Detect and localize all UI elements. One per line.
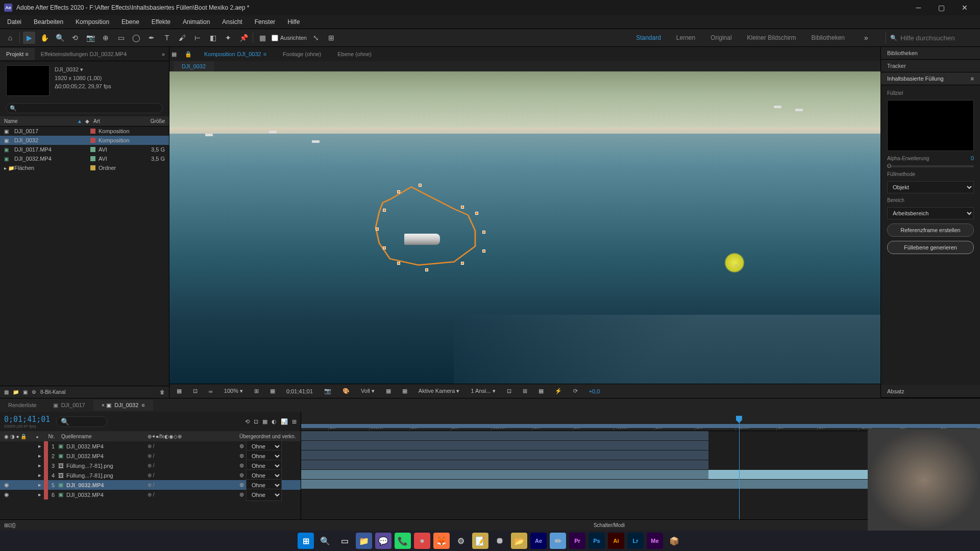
switches-modes-label[interactable]: Schalter/Modi <box>594 522 625 528</box>
obs-icon[interactable]: ⏺ <box>492 533 508 549</box>
roi-icon[interactable]: ▦ <box>267 387 278 395</box>
help-search-input[interactable] <box>900 34 972 42</box>
illustrator-icon[interactable]: Ai <box>608 533 624 549</box>
label-icon[interactable]: ◆ <box>85 118 93 124</box>
workspace-more-icon[interactable]: » <box>860 32 872 44</box>
views-dropdown[interactable]: 1 Ansi... ▾ <box>468 387 498 395</box>
zoom-tool[interactable]: 🔍 <box>54 32 66 44</box>
brush-tool[interactable]: 🖌 <box>176 32 188 44</box>
workspace-small[interactable]: Kleiner Bildschirm <box>747 34 796 41</box>
track-bar[interactable] <box>301 441 708 450</box>
lightroom-icon[interactable]: Lr <box>627 533 644 549</box>
explorer-icon[interactable]: 📁 <box>356 533 372 549</box>
render-queue-tab[interactable]: Renderliste <box>0 400 45 410</box>
generate-fill-layer-button[interactable]: Füllebene generieren <box>887 241 974 254</box>
alpha-slider[interactable] <box>887 165 974 167</box>
minimize-button[interactable]: ─ <box>907 0 930 15</box>
shape-rect-tool[interactable]: ▭ <box>115 32 127 44</box>
frame-blend-icon[interactable]: ▦ <box>262 418 267 425</box>
tracker-panel-tab[interactable]: Tracker <box>881 60 980 72</box>
new-comp-icon[interactable]: ▣ <box>23 389 28 395</box>
timeline-layer[interactable]: ◉▸ 6 ▣ DJI_0032.MP4 ⊕ / ⊚ Ohne <box>0 490 301 499</box>
camera-tool[interactable]: 📷 <box>84 32 96 44</box>
menu-help[interactable]: Hilfe <box>282 16 305 28</box>
snap-checkbox[interactable] <box>272 35 278 41</box>
rotate-tool[interactable]: ⟲ <box>69 32 81 44</box>
media-encoder-icon[interactable]: Me <box>647 533 663 549</box>
color-icon[interactable]: 🎨 <box>339 387 353 395</box>
pixel-icon[interactable]: ▦ <box>535 387 547 395</box>
transparency-icon[interactable]: ▦ <box>383 387 394 395</box>
alpha-exp-value[interactable]: 0 <box>971 155 974 161</box>
project-item[interactable]: ▸ 📁Flächen Ordner <box>0 163 169 172</box>
footage-tab[interactable]: Footage (ohne) <box>279 49 325 59</box>
layer-switch-icon[interactable]: ▦ <box>172 51 177 58</box>
photoshop-icon[interactable]: Ps <box>589 533 605 549</box>
shy-icon[interactable]: ⟲ <box>245 418 250 425</box>
fast-icon[interactable]: ⚡ <box>552 387 565 395</box>
project-tab[interactable]: Projekt ≡ <box>0 48 35 60</box>
sort-icon[interactable]: ▲ <box>77 118 85 124</box>
new-folder-icon[interactable]: 📁 <box>13 389 19 395</box>
app-icon-4[interactable]: ✏ <box>550 533 566 549</box>
search-taskbar-icon[interactable]: 🔍 <box>317 533 333 549</box>
timeline-tab-0032[interactable]: × ▣ DJI_0032 ≡ <box>93 400 153 411</box>
layer-tab[interactable]: Ebene (ohne) <box>333 49 376 59</box>
timecode-display[interactable]: 0;01;41;01 <box>283 387 316 395</box>
col-parent-header[interactable]: Übergeordnet und verkn. <box>239 434 301 439</box>
panel-more-icon[interactable]: » <box>158 51 169 57</box>
stamp-tool[interactable]: ⊢ <box>191 32 204 44</box>
project-search-input[interactable] <box>6 103 163 113</box>
close-button[interactable]: ✕ <box>953 0 976 15</box>
comp-switch-icon[interactable]: ⊡ <box>254 418 258 425</box>
col-name-header[interactable]: Name <box>4 118 77 124</box>
guide-icon[interactable]: ⊡ <box>504 387 514 395</box>
chat-icon[interactable]: 💬 <box>375 533 391 549</box>
grid-icon[interactable]: ⊞ <box>520 387 530 395</box>
selection-tool[interactable]: ▶ <box>23 32 35 44</box>
toggle-switches-icon[interactable]: ⊞ <box>4 522 8 528</box>
toggle-modes-icon[interactable]: ⊡ <box>8 522 12 528</box>
anchor-tool[interactable]: ⊕ <box>100 32 112 44</box>
snap-options-icon[interactable]: ⤡ <box>310 32 322 44</box>
menu-layer[interactable]: Ebene <box>116 16 144 28</box>
fill-method-select[interactable]: Objekt <box>887 181 974 193</box>
col-number-header[interactable]: Nr. <box>44 434 59 439</box>
comp-breadcrumb[interactable]: DJI_0032 <box>174 61 214 71</box>
after-effects-icon[interactable]: Ae <box>530 533 547 549</box>
camera-dropdown[interactable]: Aktive Kamera ▾ <box>415 387 463 395</box>
menu-composition[interactable]: Komposition <box>70 16 114 28</box>
menu-effect[interactable]: Effekte <box>146 16 176 28</box>
comp-tab[interactable]: Komposition DJI_0032 ≡ <box>200 49 271 59</box>
hand-tool[interactable]: ✋ <box>38 32 51 44</box>
visibility-toggle[interactable]: ◉ <box>4 491 9 498</box>
track-bar[interactable] <box>301 431 708 441</box>
channel-icon[interactable]: ⊡ <box>190 387 201 395</box>
col-source-header[interactable]: Quellenname <box>59 434 148 439</box>
shape-ellipse-tool[interactable]: ◯ <box>130 32 142 44</box>
libraries-panel-tab[interactable]: Bibliotheken <box>881 47 980 60</box>
app-icon[interactable]: ● <box>414 533 430 549</box>
interpret-icon[interactable]: ▦ <box>4 389 9 395</box>
3d-icon[interactable]: ▦ <box>399 387 410 395</box>
paragraph-panel-tab[interactable]: Absatz <box>881 385 980 398</box>
layer-switch-icon[interactable]: ⊞ <box>292 418 297 425</box>
pen-tool[interactable]: ✒ <box>145 32 158 44</box>
app-icon-5[interactable]: 📦 <box>666 533 682 549</box>
maximize-button[interactable]: ▢ <box>930 0 953 15</box>
menu-edit[interactable]: Bearbeiten <box>29 16 68 28</box>
graph-icon[interactable]: 📊 <box>281 418 288 425</box>
track-bar[interactable] <box>301 460 708 470</box>
playhead[interactable] <box>739 416 740 519</box>
timeline-search[interactable] <box>56 416 107 427</box>
create-reference-frame-button[interactable]: Referenzframe erstellen <box>887 223 974 237</box>
motion-blur-icon[interactable]: ◐ <box>272 418 277 425</box>
task-view-icon[interactable]: ▭ <box>336 533 353 549</box>
alpha-icon[interactable]: ▦ <box>174 387 185 395</box>
menu-window[interactable]: Fenster <box>250 16 281 28</box>
project-item[interactable]: ▣DJI_0017.MP4 AVI3,5 G <box>0 145 169 154</box>
project-item[interactable]: ▣DJI_0032 Komposition <box>0 136 169 145</box>
project-item[interactable]: ▣DJI_0032.MP4 AVI3,5 G <box>0 154 169 163</box>
toggle-brackets-icon[interactable]: {} <box>12 522 16 528</box>
refresh-icon[interactable]: ⟳ <box>570 387 581 395</box>
